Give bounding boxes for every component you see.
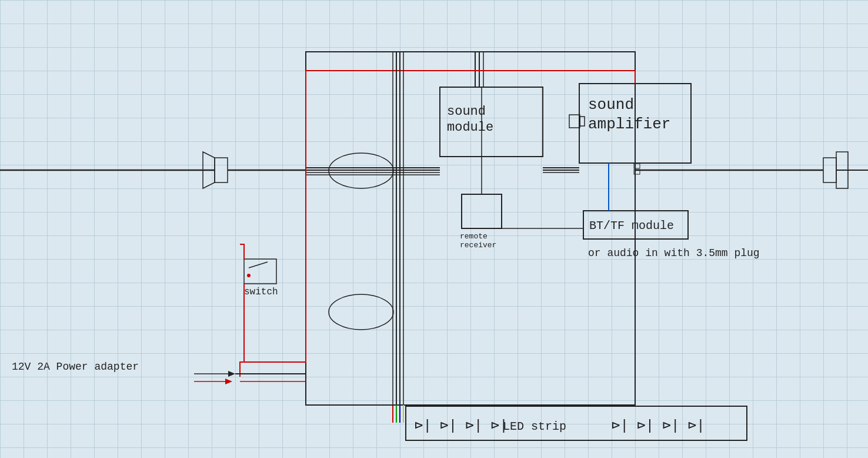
connector-symbol xyxy=(569,115,585,128)
red-wire-top-right xyxy=(475,71,635,84)
power-arrows xyxy=(194,371,235,384)
power-label: 12V 2A Power adapter xyxy=(12,361,139,373)
switch-line xyxy=(249,262,268,268)
sound-amplifier-label: sound xyxy=(588,96,634,114)
sound-module-label: sound xyxy=(447,104,486,119)
svg-text:⊳| ⊳| ⊳| ⊳|: ⊳| ⊳| ⊳| ⊳| xyxy=(415,418,508,434)
svg-rect-5 xyxy=(823,158,836,182)
svg-marker-12 xyxy=(225,379,232,384)
switch-dot xyxy=(247,274,251,277)
svg-rect-3 xyxy=(215,158,228,182)
svg-marker-10 xyxy=(228,371,235,377)
sound-amplifier-label2: amplifier xyxy=(588,115,670,133)
led-symbols: ⊳| ⊳| ⊳| ⊳| LED strip ⊳| ⊳| ⊳| ⊳| xyxy=(415,418,705,434)
audio-in-label: or audio in with 3.5mm plug xyxy=(588,247,760,259)
switch-box xyxy=(244,259,276,284)
switch-label: switch xyxy=(244,287,278,297)
red-switch-wire xyxy=(240,244,244,259)
sound-module-label2: module xyxy=(447,120,493,135)
coil-bottom xyxy=(329,294,393,330)
svg-text:LED strip: LED strip xyxy=(503,420,566,433)
remote-receiver-box xyxy=(462,194,502,228)
svg-rect-8 xyxy=(580,117,585,126)
red-power-wire xyxy=(240,71,306,377)
bt-tf-label: BT/TF module xyxy=(589,219,674,233)
svg-text:⊳| ⊳| ⊳| ⊳|: ⊳| ⊳| ⊳| ⊳| xyxy=(612,418,705,434)
circuit-diagram: sound module sound amplifier BT/TF modul… xyxy=(0,0,868,458)
remote-receiver-label: remote xyxy=(460,232,488,241)
svg-rect-7 xyxy=(569,115,580,128)
remote-receiver-label2: receiver xyxy=(460,241,496,250)
